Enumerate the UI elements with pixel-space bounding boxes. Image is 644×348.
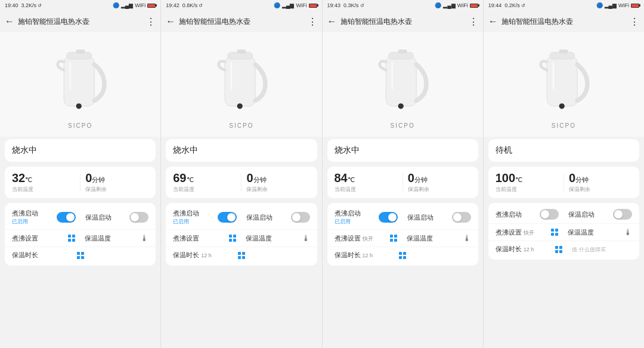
boil-set-label-wrap: 煮沸设置: [12, 234, 68, 243]
keep-time-grid-icon: [555, 246, 562, 253]
current-temp-value: 84℃: [335, 171, 398, 184]
timer-value: 0分钟: [85, 171, 148, 184]
page-title: 施铂智能恒温电热水壶: [18, 17, 146, 27]
status-text: 烧水中: [173, 145, 198, 156]
boil-start-toggle[interactable]: [218, 212, 237, 223]
status-right: 🔵 ▂▄▆ WiFi: [596, 2, 639, 8]
thermometer-icon: 🌡: [302, 233, 310, 243]
temp-divider: [564, 174, 564, 192]
status-left: 19:44 0.2K/s ↺: [488, 2, 525, 8]
timer-label: 保温剩余: [569, 186, 632, 193]
time-text: 19:43: [327, 2, 341, 8]
more-button[interactable]: ⋮: [630, 16, 639, 27]
keep-temp-thermo-wrap[interactable]: 🌡: [463, 233, 471, 243]
boil-set-grid-icon: [551, 229, 558, 236]
keep-time-grid-wrap[interactable]: [399, 252, 406, 259]
time-text: 19:44: [488, 2, 502, 8]
back-button[interactable]: ←: [327, 16, 337, 27]
boil-start-toggle[interactable]: [379, 212, 398, 223]
boil-start-toggle-wrap[interactable]: [379, 212, 398, 223]
temp-unit: ℃: [187, 176, 194, 183]
keep-time-grid-wrap[interactable]: [77, 252, 84, 259]
temp-card: 69℃ 当前温度 0分钟 保温剩余: [166, 167, 317, 198]
status-card: 烧水中: [327, 139, 478, 162]
top-bar: ← 施铂智能恒温电热水壶 ⋮: [323, 11, 483, 32]
controls-area: 煮沸启动 保温启动: [488, 203, 639, 260]
timer-value: 0分钟: [246, 171, 309, 184]
timer-unit: 分钟: [414, 176, 428, 183]
boil-set-grid-wrap[interactable]: [68, 235, 75, 242]
keep-temp-label-wrap: 保温温度: [85, 234, 141, 243]
timer-item: 0分钟 保温剩余: [569, 171, 632, 193]
boil-start-knob: [227, 213, 236, 221]
status-left: 19:42 0.8K/s ↺: [166, 2, 203, 8]
svg-rect-17: [559, 50, 568, 54]
boil-set-grid-icon: [390, 235, 397, 242]
keep-warm-toggle[interactable]: [452, 212, 471, 223]
svg-rect-4: [69, 62, 71, 90]
keep-warm-label-wrap: 保温启动: [407, 213, 452, 222]
back-button[interactable]: ←: [5, 16, 14, 27]
keep-warm-toggle-wrap[interactable]: [452, 212, 471, 223]
sync-icon: ↺: [360, 3, 364, 8]
status-left: 19:43 0.3K/s ↺: [327, 2, 364, 8]
product-image-area: SICPO: [161, 32, 321, 137]
status-bar: 19:40 3.2K/s ↺ 🔵 ▂▄▆ WiFi: [0, 0, 160, 11]
status-right: 🔵 ▂▄▆ WiFi: [274, 2, 317, 8]
boil-start-toggle-wrap[interactable]: [57, 212, 76, 223]
status-text: 烧水中: [12, 145, 37, 156]
keep-warm-toggle[interactable]: [613, 209, 632, 220]
back-button[interactable]: ←: [488, 16, 498, 27]
keep-time-grid-wrap[interactable]: [555, 246, 562, 253]
current-temp-label: 当前温度: [12, 186, 75, 193]
status-bar: 19:43 0.3K/s ↺ 🔵 ▂▄▆ WiFi: [323, 0, 483, 11]
status-card: 烧水中: [5, 139, 156, 162]
more-button[interactable]: ⋮: [469, 16, 478, 27]
timer-label: 保温剩余: [408, 186, 471, 193]
boil-start-label-wrap: 煮沸启动 已启用: [12, 209, 57, 226]
panel-4: 19:44 0.2K/s ↺ 🔵 ▂▄▆ WiFi ← 施铂智能恒温电热水壶 ⋮: [484, 0, 644, 348]
boil-set-grid-icon: [229, 235, 236, 242]
boil-start-sublabel: 已启用: [12, 218, 57, 226]
bluetooth-icon: 🔵: [596, 2, 603, 8]
keep-warm-toggle-wrap[interactable]: [613, 209, 632, 220]
boil-start-toggle[interactable]: [57, 212, 76, 223]
timer-value: 0分钟: [408, 171, 471, 184]
svg-rect-0: [64, 56, 94, 106]
panel-2: 19:42 0.8K/s ↺ 🔵 ▂▄▆ WiFi ← 施铂智能恒温电热水壶 ⋮: [161, 0, 322, 348]
signal-bars: ▂▄▆: [121, 2, 133, 8]
battery-icon: [147, 4, 156, 8]
keep-temp-thermo-wrap[interactable]: 🌡: [140, 233, 148, 243]
keep-warm-toggle-wrap[interactable]: [129, 212, 148, 223]
brand-label: SICPO: [229, 122, 253, 129]
keep-warm-label-wrap: 保温启动: [246, 213, 291, 222]
timer-item: 0分钟 保温剩余: [408, 171, 471, 193]
current-temp-value: 32℃: [12, 171, 75, 184]
timer-unit: 分钟: [253, 176, 267, 183]
keep-temp-thermo-wrap[interactable]: 🌡: [302, 233, 310, 243]
more-button[interactable]: ⋮: [146, 16, 156, 27]
current-temp-label: 当前温度: [173, 186, 236, 193]
boil-set-grid-wrap[interactable]: [390, 235, 397, 242]
current-temp-item: 69℃ 当前温度: [173, 171, 236, 193]
boil-set-grid-wrap[interactable]: [551, 229, 558, 236]
keep-time-grid-wrap[interactable]: [238, 252, 245, 259]
keep-time-row: 保温时长 12 h 值 什么值得买: [488, 241, 639, 257]
more-button[interactable]: ⋮: [308, 16, 317, 27]
boil-set-grid-wrap[interactable]: [229, 235, 236, 242]
keep-temp-thermo-wrap[interactable]: 🌡: [624, 227, 632, 237]
keep-warm-toggle[interactable]: [129, 212, 148, 223]
svg-rect-7: [237, 50, 246, 54]
boil-start-toggle-wrap[interactable]: [540, 209, 559, 220]
keep-warm-toggle[interactable]: [291, 212, 310, 223]
back-button[interactable]: ←: [166, 16, 175, 27]
product-image-area: SICPO: [0, 32, 160, 137]
boil-start-toggle[interactable]: [540, 209, 559, 220]
wifi-icon: WiFi: [618, 2, 629, 8]
current-temp-value: 69℃: [173, 171, 236, 184]
svg-rect-19: [553, 62, 555, 90]
boil-set-label: 煮沸设置: [173, 235, 199, 242]
keep-warm-toggle-wrap[interactable]: [291, 212, 310, 223]
boil-set-label: 煮沸设置: [335, 235, 361, 242]
boil-start-toggle-wrap[interactable]: [218, 212, 237, 223]
